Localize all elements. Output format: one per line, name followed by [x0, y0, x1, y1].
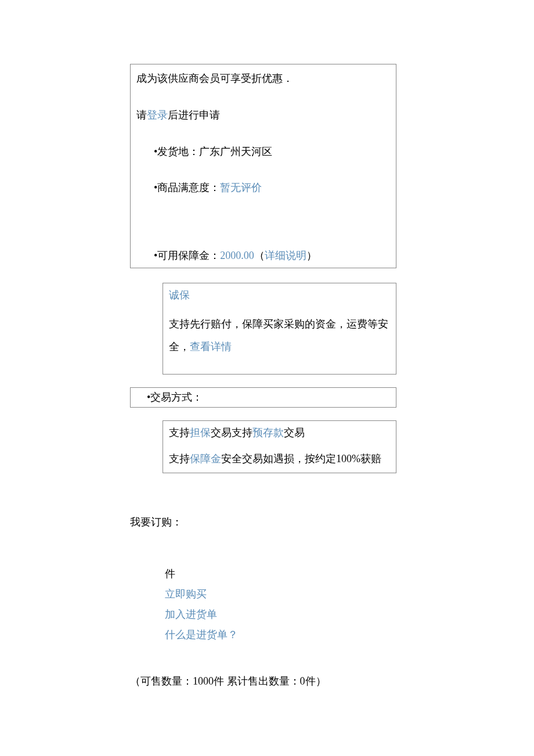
guarantee-title[interactable]: 诚保 [169, 287, 390, 304]
trade-line2: 支持保障金安全交易如遇损，按约定100%获赔 [169, 451, 390, 467]
trade-line1-pre: 支持 [169, 427, 190, 438]
satisfaction-line: •商品满意度：暂无评价 [154, 179, 390, 196]
trade-support-box: 支持担保交易支持预存款交易 支持保障金安全交易如遇损，按约定100%获赔 [163, 420, 396, 474]
trade-line2-pre: 支持 [169, 453, 190, 465]
what-is-cart-link[interactable]: 什么是进货单？ [165, 627, 534, 643]
trade-line1-mid: 交易支持 [211, 427, 252, 438]
order-title: 我要订购： [130, 514, 534, 531]
deposit-value: 2000.00 [220, 250, 254, 261]
escrow-link[interactable]: 担保 [190, 427, 211, 438]
order-section: 我要订购： 件 立即购买 加入进货单 什么是进货单？ [130, 514, 534, 643]
deposit-detail-link[interactable]: 详细说明 [265, 250, 306, 261]
trade-method-box: •交易方式： [130, 387, 396, 408]
ship-from-line: •发货地：广东广州天河区 [154, 143, 390, 160]
prepay-link[interactable]: 预存款 [252, 427, 284, 438]
ship-from-value: 广东广州天河区 [199, 146, 272, 157]
deposit-line: •可用保障金：2000.00（详细说明） [154, 247, 390, 264]
member-info-box: 成为该供应商会员可享受折优惠． 请登录后进行申请 •发货地：广东广州天河区 •商… [130, 64, 396, 268]
trade-method-label: •交易方式： [147, 391, 203, 403]
order-items: 件 立即购买 加入进货单 什么是进货单？ [165, 566, 534, 643]
ship-from-label: •发货地： [154, 146, 199, 157]
deposit-paren-close: ） [306, 250, 317, 261]
deposit-label: •可用保障金： [154, 250, 220, 261]
trade-line1: 支持担保交易支持预存款交易 [169, 424, 390, 441]
buy-now-button[interactable]: 立即购买 [165, 586, 534, 603]
deposit-paren-open: （ [254, 250, 265, 261]
guarantee-desc: 支持先行赔付，保障买家采购的资金，运费等安全，查看详情 [169, 313, 390, 359]
order-unit: 件 [165, 566, 534, 582]
login-suffix: 后进行申请 [168, 109, 220, 121]
satisfaction-label: •商品满意度： [154, 182, 220, 193]
add-to-cart-button[interactable]: 加入进货单 [165, 606, 534, 623]
guarantee-box: 诚保 支持先行赔付，保障买家采购的资金，运费等安全，查看详情 [163, 283, 396, 375]
guarantee-detail-link[interactable]: 查看详情 [190, 341, 232, 352]
login-link[interactable]: 登录 [147, 109, 168, 121]
deposit-trade-link[interactable]: 保障金 [190, 453, 221, 465]
stock-info: （可售数量：1000件 累计售出数量：0件） [130, 673, 534, 690]
trade-line1-post: 交易 [284, 427, 305, 438]
login-prompt: 请登录后进行申请 [136, 107, 390, 124]
satisfaction-link[interactable]: 暂无评价 [220, 182, 262, 193]
trade-line2-post: 安全交易如遇损，按约定100%获赔 [221, 453, 381, 465]
member-discount-text: 成为该供应商会员可享受折优惠． [136, 70, 390, 87]
login-prefix: 请 [136, 109, 147, 121]
